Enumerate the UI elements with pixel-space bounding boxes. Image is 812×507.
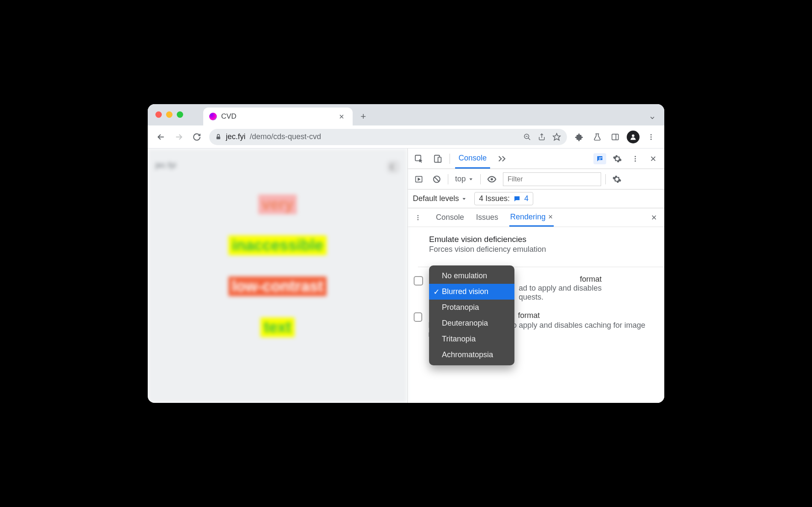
filter-input[interactable] [503,172,601,186]
svg-marker-7 [553,133,561,140]
tab-overflow-button[interactable] [649,114,656,121]
context-selector[interactable]: top [453,172,476,186]
drawer-tab-console[interactable]: Console [435,208,465,227]
tab-close-button[interactable]: × [336,111,347,122]
settings-button[interactable] [610,152,624,166]
drawer-tabs: Console Issues Rendering × × [408,208,664,227]
svg-line-4 [528,138,530,140]
svg-point-22 [635,160,636,161]
vision-deficiency-dropdown[interactable]: No emulation Blurred vision Protanopia D… [429,265,514,365]
page-header: jec.fyi ☾ [155,160,400,173]
browser-toolbar: jec.fyi/demo/cds-quest-cvd [148,125,664,149]
svg-marker-29 [463,198,466,200]
drawer-tab-close-button[interactable]: × [548,213,553,221]
window-maximize-button[interactable] [177,111,183,118]
browser-window: CVD × + jec.fyi/demo/cds-quest-cvd [148,104,664,403]
dropdown-option[interactable]: Tritanopia [429,331,514,347]
theme-toggle-button[interactable]: ☾ [387,160,400,173]
forward-button[interactable] [171,129,187,145]
section-description: Forces vision deficiency emulation [429,245,654,254]
drawer-menu-button[interactable] [411,211,425,224]
svg-point-31 [418,217,419,218]
omnibox-actions [523,133,561,141]
console-filters: Default levels 4 Issues: 4 [408,189,664,208]
reload-button[interactable] [189,129,205,145]
window-minimize-button[interactable] [166,111,172,118]
dropdown-option[interactable]: No emulation [429,268,514,284]
window-controls [155,111,183,118]
svg-rect-18 [599,157,602,158]
tab-title: CVD [221,112,237,121]
browser-tab[interactable]: CVD × [203,108,353,125]
item1-desc-frag: ad to apply and disables [519,284,602,292]
section-title: Emulate vision deficiencies [429,235,654,244]
issues-chat-icon [513,195,521,203]
labs-button[interactable] [589,129,605,145]
devtools-panel: Console × [407,149,664,403]
content-split: jec.fyi ☾ very inaccessible low-contrast… [148,149,664,403]
tab-strip: CVD × + [148,104,664,125]
inspect-element-button[interactable] [412,152,426,166]
device-toolbar-button[interactable] [431,152,444,166]
clear-console-button[interactable] [430,172,444,186]
open-issues-button[interactable] [593,153,606,164]
page-viewport[interactable]: jec.fyi ☾ very inaccessible low-contrast… [148,149,407,403]
live-expression-button[interactable] [485,172,499,186]
address-bar[interactable]: jec.fyi/demo/cds-quest-cvd [209,129,567,145]
log-levels-selector[interactable]: Default levels [413,194,467,203]
demo-words: very inaccessible low-contrast text [155,195,400,337]
site-label: jec.fyi [155,160,176,173]
svg-point-11 [632,134,634,137]
devtools-close-button[interactable]: × [646,152,660,166]
avatar-icon [627,131,640,143]
bookmark-star-icon[interactable] [552,133,561,141]
item1-title-frag: format [580,275,602,283]
new-tab-button[interactable]: + [357,110,370,123]
svg-marker-24 [418,178,420,180]
checkbox-1[interactable] [414,276,423,286]
drawer-tab-rendering[interactable]: Rendering × [509,208,554,227]
sidepanel-button[interactable] [607,129,623,145]
share-icon[interactable] [538,133,546,141]
svg-line-26 [435,177,439,181]
dropdown-option[interactable]: Protanopia [429,300,514,315]
svg-point-32 [418,219,419,220]
checkbox-2[interactable] [414,312,422,322]
back-button[interactable] [153,129,169,145]
svg-point-30 [418,215,419,216]
svg-rect-19 [599,159,601,160]
issues-pill[interactable]: 4 Issues: 4 [474,192,533,205]
zoom-out-icon[interactable] [523,133,531,141]
dropdown-option[interactable]: Deuteranopia [429,315,514,331]
console-settings-button[interactable] [610,172,624,186]
dropdown-option-selected[interactable]: Blurred vision [429,284,514,300]
rendering-panel: Emulate vision deficiencies Forces visio… [408,227,664,403]
svg-point-13 [651,136,652,137]
svg-point-21 [635,158,636,159]
devtools-topbar: Console × [408,149,664,169]
favicon-icon [209,113,217,120]
console-toolbar: top [408,169,664,189]
drawer-close-button[interactable]: × [647,211,661,224]
devtools-tab-console[interactable]: Console [455,149,490,169]
url-path: /demo/cds-quest-cvd [250,132,321,141]
demo-word-2: inaccessible [228,236,327,255]
svg-point-12 [651,134,652,135]
window-close-button[interactable] [155,111,162,118]
demo-word-1: very [258,195,297,214]
dropdown-option[interactable]: Achromatopsia [429,347,514,363]
vision-deficiency-section: Emulate vision deficiencies Forces visio… [408,227,664,259]
devtools-menu-button[interactable] [628,152,642,166]
overflow-menu-button[interactable] [643,129,659,145]
svg-point-28 [491,178,493,181]
profile-button[interactable] [625,129,641,145]
item2-title-frag: format [518,311,540,320]
svg-point-20 [635,156,636,157]
url-host: jec.fyi [226,132,245,141]
console-sidebar-toggle[interactable] [412,172,426,186]
more-tabs-button[interactable] [495,152,509,166]
extensions-button[interactable] [571,129,587,145]
item1-desc2-frag: quests. [519,293,543,301]
drawer-tab-issues[interactable]: Issues [475,208,499,227]
svg-marker-27 [470,178,473,181]
